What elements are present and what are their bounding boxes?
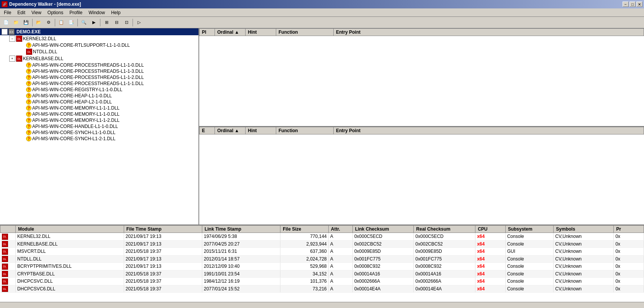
expand-root[interactable]: − — [2, 29, 8, 35]
module-link-checksum: 0x0002666A — [352, 278, 414, 285]
module-link-time: 2012/12/09 10:40 — [202, 263, 280, 270]
lower-grid-panel[interactable]: E Ordinal ▲ Hint Function Entry Point — [199, 127, 644, 224]
tb-copy2[interactable]: 📑 — [67, 18, 76, 27]
tb-options[interactable]: ⚙ — [44, 18, 53, 27]
close-button[interactable]: ✕ — [636, 2, 642, 7]
tree-label: API-MS-WIN-CORE-PROCESSTHREADS-L1-1-3.DL… — [32, 69, 144, 74]
upper-col-pi[interactable]: PI — [200, 29, 215, 36]
module-icon: DL — [0, 285, 16, 293]
tb-next[interactable]: ▶ — [89, 18, 98, 27]
tb-layout[interactable]: ⊡ — [122, 18, 131, 27]
col-file-time[interactable]: File Time Stamp — [124, 226, 202, 233]
col-icon[interactable] — [0, 226, 16, 233]
menu-help[interactable]: Help — [108, 9, 124, 16]
tree-item-api-ms-win-core-synch-l1-2-1-dll[interactable]: ?API-MS-WIN-CORE-SYNCH-L1-2-1.DLL — [0, 136, 198, 142]
menu-profile[interactable]: Profile — [66, 9, 85, 16]
bottom-scrollbar[interactable] — [0, 302, 644, 308]
tb-browse[interactable]: 📂 — [34, 18, 43, 27]
upper-col-entrypoint[interactable]: Entry Point — [334, 29, 644, 36]
module-row[interactable]: DL CRYPTBASE.DLL 2021/05/18 19:37 1991/1… — [0, 270, 644, 278]
module-link-checksum: 0x001FC775 — [352, 255, 414, 263]
col-symbols[interactable]: Symbols — [554, 226, 614, 233]
col-cpu[interactable]: CPU — [475, 226, 506, 233]
menu-view[interactable]: View — [28, 9, 44, 16]
tree-item-api-ms-win-core-heap-l2-1-0-dll[interactable]: ?API-MS-WIN-CORE-HEAP-L2-1-0.DLL — [0, 99, 198, 105]
tb-collapse[interactable]: ⊟ — [112, 18, 121, 27]
tree-item-api-ms-win-core-processthreads-l1-1-3-dll[interactable]: ?API-MS-WIN-CORE-PROCESSTHREADS-L1-1-3.D… — [0, 68, 198, 74]
menu-file[interactable]: File — [1, 9, 14, 16]
module-pr: 0x — [614, 255, 644, 263]
upper-col-hint[interactable]: Hint — [246, 29, 276, 36]
module-row[interactable]: DL DHCPCSVC.DLL 2021/05/18 19:37 1984/12… — [0, 278, 644, 285]
module-symbols: CV,Unknown — [554, 255, 614, 263]
tb-find[interactable]: 🔍 — [79, 18, 88, 27]
tree-item-api-ms-win-core-registry-l1-1-0-dll[interactable]: ?API-MS-WIN-CORE-REGISTRY-L1-1-0.DLL — [0, 87, 198, 93]
col-link-time[interactable]: Link Time Stamp — [202, 226, 280, 233]
tree-item-kernel32[interactable]: − DL KERNEL32.DLL — [0, 35, 198, 42]
lower-col-hint[interactable]: Hint — [246, 127, 276, 134]
module-table: Module File Time Stamp Link Time Stamp F… — [0, 225, 644, 293]
tree-label-rtlsupport: API-MS-WIN-CORE-RTLSUPPORT-L1-1-0.DLL — [32, 43, 130, 48]
tb-copy[interactable]: 📋 — [57, 18, 66, 27]
upper-col-ordinal[interactable]: Ordinal ▲ — [215, 29, 246, 36]
toolbar: 📄 📁 💾 📂 ⚙ 📋 📑 🔍 ▶ ⊞ ⊟ ⊡ ▷ — [0, 17, 644, 28]
upper-col-function[interactable]: Function — [276, 29, 334, 36]
module-row[interactable]: DL BCRYPTPRIMITIVES.DLL 2021/09/17 19:13… — [0, 263, 644, 270]
lower-col-ordinal[interactable]: Ordinal ▲ — [215, 127, 246, 134]
lower-col-function[interactable]: Function — [276, 127, 334, 134]
tree-item-api-ms-win-core-processthreads-l1-1-1-dll[interactable]: ?API-MS-WIN-CORE-PROCESSTHREADS-L1-1-1.D… — [0, 80, 198, 87]
icon-exe: EX — [8, 29, 15, 35]
menu-edit[interactable]: Edit — [14, 9, 28, 16]
module-row[interactable]: DL KERNELBASE.DLL 2021/09/17 19:13 2077/… — [0, 240, 644, 248]
col-link-checksum[interactable]: Link Checksum — [352, 226, 414, 233]
bottom-section[interactable]: Module File Time Stamp Link Time Stamp F… — [0, 225, 644, 302]
tree-item-rtlsupport[interactable]: ? API-MS-WIN-CORE-RTLSUPPORT-L1-1-0.DLL — [0, 42, 198, 48]
tree-item-kernelbase[interactable]: + DL KERNELBASE.DLL — [0, 55, 198, 62]
module-row[interactable]: DL MSVCRT.DLL 2021/05/18 19:37 2015/11/2… — [0, 248, 644, 256]
tree-panel[interactable]: − EX DEMO.EXE − DL KERNEL32.DLL ? API-MS… — [0, 28, 199, 224]
module-row[interactable]: DL KERNEL32.DLL 2021/09/17 19:13 1974/06… — [0, 233, 644, 241]
expand-kernel32[interactable]: − — [9, 36, 15, 42]
dll-icon: DL — [2, 279, 8, 285]
tree-label-kernel32: KERNEL32.DLL — [23, 36, 56, 41]
menu-window[interactable]: Window — [85, 9, 108, 16]
tb-new[interactable]: 📄 — [2, 18, 11, 27]
col-file-size[interactable]: File Size — [280, 226, 329, 233]
tree-item-root[interactable]: − EX DEMO.EXE — [0, 28, 198, 35]
expand-kernelbase[interactable]: + — [9, 56, 15, 62]
col-pr[interactable]: Pr — [614, 226, 644, 233]
tree-item-api-ms-win-core-synch-l1-1-0-dll[interactable]: ?API-MS-WIN-CORE-SYNCH-L1-1-0.DLL — [0, 129, 198, 136]
menu-options[interactable]: Options — [44, 9, 66, 16]
col-attr[interactable]: Attr. — [328, 226, 352, 233]
module-name: MSVCRT.DLL — [16, 248, 124, 256]
maximize-button[interactable]: □ — [629, 2, 636, 7]
tree-item-api-ms-win-core-memory-l1-1-2-dll[interactable]: ?API-MS-WIN-CORE-MEMORY-L1-1-2.DLL — [0, 117, 198, 123]
tree-item-api-ms-win-core-memory-l1-1-0-dll[interactable]: ?API-MS-WIN-CORE-MEMORY-L1-1-0.DLL — [0, 111, 198, 117]
tree-item-api-ms-win-core-handle-l1-1-0-dll[interactable]: ?API-MS-WIN-CORE-HANDLE-L1-1-0.DLL — [0, 123, 198, 129]
module-row[interactable]: DL DHCPCSVC6.DLL 2021/05/18 19:37 2077/0… — [0, 285, 644, 293]
title-bar: 🔗 Dependency Walker - [demo.exe] − □ ✕ — [0, 0, 644, 8]
tree-item-api-ms-win-core-memory-l1-1-1-dll[interactable]: ?API-MS-WIN-CORE-MEMORY-L1-1-1.DLL — [0, 105, 198, 111]
tb-save[interactable]: 💾 — [21, 18, 31, 27]
upper-grid-panel[interactable]: PI Ordinal ▲ Hint Function Entry Point — [199, 28, 644, 127]
tree-item-ntdll[interactable]: DL NTDLL.DLL — [0, 48, 198, 55]
lower-col-entrypoint[interactable]: Entry Point — [334, 127, 644, 134]
tb-open[interactable]: 📁 — [11, 18, 21, 27]
tree-item-api-ms-win-core-heap-l1-1-0-dll[interactable]: ?API-MS-WIN-CORE-HEAP-L1-1-0.DLL — [0, 93, 198, 99]
col-module[interactable]: Module — [16, 226, 124, 233]
module-file-time: 2021/05/18 19:37 — [124, 278, 202, 285]
module-subsystem: Console — [505, 278, 554, 285]
tree-item-api-ms-win-core-processthreads-l1-1-2-dll[interactable]: ?API-MS-WIN-CORE-PROCESSTHREADS-L1-1-2.D… — [0, 74, 198, 80]
tree-item-api-ms-win-core-processthreads-l1-1-0-dll[interactable]: ?API-MS-WIN-CORE-PROCESSTHREADS-L1-1-0.D… — [0, 62, 198, 68]
col-real-checksum[interactable]: Real Checksum — [414, 226, 475, 233]
lower-col-e[interactable]: E — [200, 127, 215, 134]
col-subsystem[interactable]: Subsystem — [505, 226, 554, 233]
module-row[interactable]: DL NTDLL.DLL 2021/09/17 19:13 2012/01/14… — [0, 255, 644, 263]
tb-profile[interactable]: ▷ — [134, 18, 144, 27]
minimize-button[interactable]: − — [623, 2, 629, 7]
module-link-checksum: 0x0009E85D — [352, 248, 414, 256]
module-file-size: 529,968 — [280, 263, 329, 270]
tb-expand[interactable]: ⊞ — [102, 18, 111, 27]
module-link-checksum: 0x000C5ECD — [352, 233, 414, 241]
tree-label: API-MS-WIN-CORE-REGISTRY-L1-1-0.DLL — [32, 87, 122, 92]
